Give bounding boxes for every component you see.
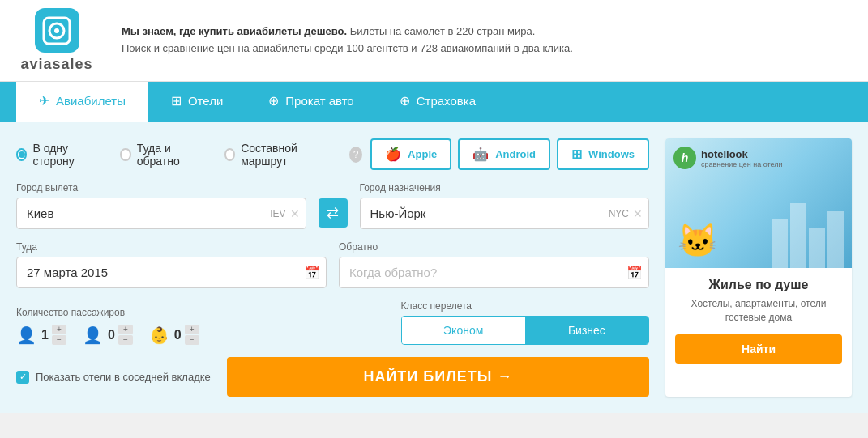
show-hotels-checkbox[interactable]: ✓ — [16, 371, 29, 384]
tab-hotels[interactable]: ⊞ Отели — [148, 82, 246, 122]
header: aviasales Мы знаем, где купить авиабилет… — [0, 0, 868, 82]
origin-group: Город вылета IEV ✕ — [16, 182, 306, 229]
apple-download-button[interactable]: 🍎 Apple — [370, 138, 451, 170]
windows-download-button[interactable]: ⊞ Windows — [557, 138, 649, 170]
logo-svg — [41, 15, 72, 46]
infants-group: 👶 0 + − — [149, 325, 199, 345]
infants-buttons: + − — [185, 325, 199, 345]
buildings-decoration — [772, 203, 844, 268]
class-tabs: Эконом Бизнес — [401, 316, 649, 345]
adult-icon: 👤 — [16, 325, 36, 345]
origin-label: Город вылета — [16, 182, 306, 193]
android-icon: 🤖 — [472, 147, 489, 162]
business-tab[interactable]: Бизнес — [525, 317, 648, 344]
origin-input[interactable] — [16, 198, 306, 229]
search-panel: В одну сторону Туда и обратно Составной … — [16, 138, 649, 397]
children-value: 0 — [108, 329, 115, 342]
multicity-radio[interactable] — [224, 148, 236, 161]
roundtrip-radio[interactable] — [120, 148, 130, 161]
tab-flights[interactable]: ✈ Авиабилеты — [16, 82, 148, 122]
bottom-row: ✓ Показать отели в соседней вкладке НАЙТ… — [16, 357, 649, 397]
logo-area: aviasales — [16, 8, 97, 73]
roundtrip-label: Туда и обратно — [137, 142, 200, 168]
depart-input[interactable] — [16, 257, 327, 288]
ad-description: Хостелы, апартаменты, отели гостевые дом… — [675, 297, 842, 325]
tab-carrental[interactable]: ⊕ Прокат авто — [246, 82, 376, 122]
infants-value: 0 — [174, 329, 182, 342]
oneway-option[interactable]: В одну сторону — [16, 142, 96, 168]
infants-increment[interactable]: + — [185, 325, 199, 334]
ad-content: Жилье по душе Хостелы, апартаменты, отел… — [665, 268, 852, 373]
tab-insurance-label: Страховка — [417, 94, 476, 108]
hotellook-logo: h hotellook сравнение цен на отели — [673, 147, 783, 169]
adults-value: 1 — [41, 329, 49, 342]
return-input[interactable] — [339, 257, 649, 288]
swap-button[interactable]: ⇄ — [319, 198, 348, 228]
adults-group: 👤 1 + − — [16, 325, 66, 345]
svg-point-2 — [54, 28, 59, 33]
logo-text: aviasales — [20, 56, 92, 73]
dates-row: Туда 📅 Обратно 📅 — [16, 241, 649, 288]
economy-label: Эконом — [443, 324, 483, 337]
windows-label: Windows — [588, 148, 635, 160]
business-label: Бизнес — [568, 324, 605, 337]
infants-decrement[interactable]: − — [185, 335, 199, 345]
ad-image: h hotellook сравнение цен на отели 🐱 — [665, 138, 852, 268]
building-4 — [827, 211, 844, 268]
economy-tab[interactable]: Эконом — [402, 317, 525, 344]
return-input-wrapper: 📅 — [339, 257, 649, 288]
depart-calendar-icon[interactable]: 📅 — [304, 265, 320, 280]
class-group: Класс перелета Эконом Бизнес — [401, 300, 649, 345]
logo-icon — [35, 8, 79, 53]
adults-decrement[interactable]: − — [52, 335, 66, 345]
destination-group: Город назначения NYC ✕ — [360, 182, 650, 229]
depart-group: Туда 📅 — [16, 241, 327, 288]
destination-clear-icon[interactable]: ✕ — [633, 207, 643, 220]
passengers-row: 👤 1 + − 👤 0 — [16, 325, 389, 345]
adults-buttons: + − — [52, 325, 66, 345]
adults-counter: 1 + − — [41, 325, 66, 345]
passengers-class-row: Количество пассажиров 👤 1 + − — [16, 300, 649, 345]
windows-icon: ⊞ — [571, 147, 582, 162]
show-hotels-checkbox-label[interactable]: ✓ Показать отели в соседней вкладке — [16, 371, 211, 384]
return-calendar-icon[interactable]: 📅 — [626, 265, 643, 280]
adults-increment[interactable]: + — [52, 325, 66, 334]
children-increment[interactable]: + — [118, 325, 133, 334]
children-decrement[interactable]: − — [118, 335, 133, 345]
class-label: Класс перелета — [401, 300, 649, 312]
destination-code: NYC — [609, 208, 629, 219]
building-1 — [772, 219, 788, 268]
main-content: В одну сторону Туда и обратно Составной … — [0, 122, 868, 413]
hotellook-icon: h — [673, 147, 696, 169]
show-hotels-text: Показать отели в соседней вкладке — [36, 371, 211, 383]
tab-insurance[interactable]: ⊕ Страховка — [377, 82, 498, 122]
multicity-option[interactable]: Составной маршрут — [224, 142, 325, 168]
oneway-label: В одну сторону — [32, 142, 96, 168]
ad-title: Жилье по душе — [675, 278, 842, 292]
roundtrip-option[interactable]: Туда и обратно — [120, 142, 199, 168]
destination-input-wrapper: NYC ✕ — [360, 198, 650, 229]
apple-label: Apple — [408, 148, 437, 160]
oneway-radio[interactable] — [16, 148, 27, 161]
return-label: Обратно — [339, 241, 649, 253]
ad-find-button[interactable]: Найти — [675, 334, 842, 364]
trip-type-row: В одну сторону Туда и обратно Составной … — [16, 142, 362, 168]
hotellook-info: hotellook сравнение цен на отели — [701, 148, 783, 168]
origin-clear-icon[interactable]: ✕ — [290, 207, 300, 220]
building-2 — [790, 203, 806, 268]
apple-icon: 🍎 — [385, 147, 401, 162]
infant-icon: 👶 — [149, 325, 169, 345]
carrental-icon: ⊕ — [268, 93, 279, 108]
search-button[interactable]: НАЙТИ БИЛЕТЫ → — [227, 357, 649, 397]
tab-flights-label: Авиабилеты — [56, 94, 126, 108]
children-group: 👤 0 + − — [83, 325, 133, 345]
tab-hotels-label: Отели — [188, 94, 223, 108]
tab-carrental-label: Прокат авто — [285, 94, 353, 108]
return-group: Обратно 📅 — [339, 241, 649, 288]
help-icon[interactable]: ? — [349, 147, 362, 163]
nav-tabs: ✈ Авиабилеты ⊞ Отели ⊕ Прокат авто ⊕ Стр… — [0, 82, 868, 122]
origin-code: IEV — [270, 208, 285, 219]
tagline-2: Поиск и сравнение цен на авиабилеты сред… — [122, 42, 573, 54]
android-download-button[interactable]: 🤖 Android — [458, 138, 550, 170]
destination-input[interactable] — [360, 198, 650, 229]
